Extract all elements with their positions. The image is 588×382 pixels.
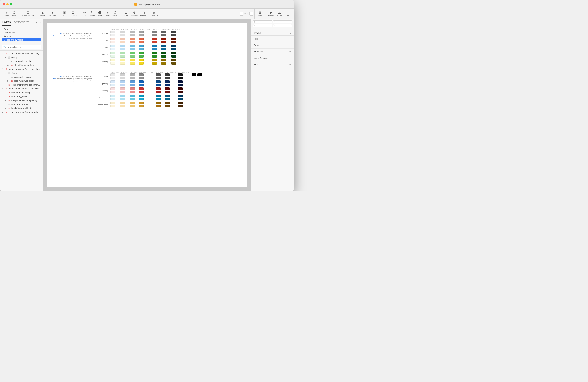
color-swatch[interactable] (110, 55, 115, 57)
add-layer-button[interactable]: + (36, 21, 37, 24)
color-swatch[interactable] (178, 87, 183, 90)
color-swatch[interactable] (161, 55, 166, 57)
scale-button[interactable]: ⤢ Scale (104, 10, 111, 17)
color-swatch[interactable] (152, 52, 157, 54)
color-swatch[interactable] (152, 31, 157, 33)
color-swatch[interactable] (110, 34, 115, 37)
color-swatch[interactable] (110, 38, 115, 40)
color-swatch[interactable] (171, 41, 176, 43)
color-swatch[interactable] (130, 41, 135, 43)
color-swatch[interactable] (130, 34, 135, 37)
color-swatch[interactable] (156, 91, 161, 93)
collapse-panel-button[interactable]: ∧ (39, 21, 41, 24)
w-field[interactable]: W (253, 24, 272, 27)
color-swatch[interactable] (152, 45, 157, 47)
color-swatch[interactable] (130, 87, 135, 90)
color-swatch[interactable] (139, 59, 144, 61)
color-swatch[interactable] (120, 62, 125, 65)
layer-item[interactable]: ▶⊞components/card/usa-card.with-medi... (0, 83, 43, 87)
color-swatch[interactable] (139, 48, 144, 51)
color-swatch[interactable] (178, 73, 183, 76)
color-swatch[interactable] (130, 84, 135, 86)
tab-layers[interactable]: LAYERS (2, 19, 11, 26)
color-swatch[interactable] (161, 31, 166, 33)
color-swatch[interactable] (161, 34, 166, 37)
style-add-icon[interactable]: + (290, 37, 291, 40)
x-field[interactable]: X (253, 20, 272, 23)
color-swatch[interactable] (110, 73, 115, 76)
page-item-page1[interactable]: Page 1 (2, 27, 41, 31)
color-swatch[interactable] (171, 52, 176, 54)
color-swatch[interactable] (130, 62, 135, 65)
layer-item[interactable]: ▼🖥components/card/usa-card--flag.m... (0, 52, 43, 55)
color-swatch[interactable] (139, 38, 144, 40)
style-add-icon[interactable]: + (290, 50, 291, 53)
color-swatch[interactable] (130, 105, 135, 107)
color-swatch[interactable] (139, 41, 144, 43)
preview-button[interactable]: ▶ Preview (267, 10, 275, 17)
color-swatch[interactable] (156, 84, 161, 86)
color-swatch[interactable] (178, 80, 183, 83)
layer-item[interactable]: ▶🖥components/card/usa-card--flag@... (0, 110, 43, 114)
color-swatch[interactable] (156, 73, 161, 76)
color-swatch[interactable] (139, 84, 144, 86)
intersect-button[interactable]: ⊓ Intersect (139, 10, 148, 17)
color-swatch[interactable] (110, 91, 115, 93)
color-swatch[interactable] (165, 87, 170, 90)
cloud-button[interactable]: ☁ Cloud (276, 10, 283, 17)
color-swatch[interactable] (120, 48, 125, 51)
color-swatch[interactable] (171, 59, 176, 61)
color-swatch[interactable] (161, 59, 166, 61)
ungroup-button[interactable]: ⊡ Ungroup (68, 10, 78, 17)
color-swatch[interactable] (139, 62, 144, 65)
color-swatch[interactable] (120, 41, 125, 43)
canvas-area[interactable]: first, set base symbols with system laye… (43, 19, 251, 191)
color-swatch[interactable] (130, 45, 135, 47)
color-swatch[interactable] (110, 87, 115, 90)
style-section-shadows[interactable]: Shadows+ (251, 49, 294, 55)
color-swatch[interactable] (171, 48, 176, 51)
color-swatch[interactable] (120, 95, 125, 97)
color-swatch[interactable] (161, 52, 166, 54)
color-swatch[interactable] (120, 80, 125, 83)
color-swatch[interactable] (110, 84, 115, 86)
color-swatch[interactable] (171, 31, 176, 33)
minimize-button[interactable] (6, 3, 9, 5)
color-swatch[interactable] (139, 34, 144, 37)
edit-button[interactable]: ✏ Edit (81, 10, 88, 17)
color-swatch[interactable] (197, 73, 202, 76)
color-swatch[interactable] (130, 38, 135, 40)
color-swatch[interactable] (130, 95, 135, 97)
color-swatch[interactable] (130, 73, 135, 76)
color-swatch[interactable] (110, 62, 115, 65)
create-symbol-button[interactable]: ⬡ Create Symbol (21, 10, 35, 17)
color-swatch[interactable] (120, 38, 125, 40)
color-swatch[interactable] (156, 105, 161, 107)
style-add-icon[interactable]: + (290, 44, 291, 47)
color-swatch[interactable] (110, 41, 115, 43)
color-swatch[interactable] (120, 52, 125, 54)
color-swatch[interactable] (161, 62, 166, 65)
instruction-then-link[interactable]: then (53, 78, 56, 80)
data-button[interactable]: ⬡ Data (11, 10, 18, 17)
color-swatch[interactable] (110, 95, 115, 97)
color-swatch[interactable] (161, 41, 166, 43)
color-swatch[interactable] (171, 55, 176, 57)
color-swatch[interactable] (161, 38, 166, 40)
color-swatch[interactable] (178, 102, 183, 104)
color-swatch[interactable] (110, 45, 115, 47)
color-swatch[interactable] (130, 31, 135, 33)
zoom-out-button[interactable]: − (240, 12, 243, 16)
color-swatch[interactable] (165, 102, 170, 104)
color-swatch[interactable] (120, 102, 125, 104)
color-swatch[interactable] (120, 84, 125, 86)
layer-item[interactable]: ▭usa-card__media (0, 102, 43, 106)
color-swatch[interactable] (110, 59, 115, 61)
difference-button[interactable]: ⊕ Difference (149, 10, 159, 17)
color-swatch[interactable] (130, 76, 135, 79)
color-swatch[interactable] (130, 98, 135, 100)
layer-item[interactable]: ▶⬜Group (0, 55, 43, 59)
union-button[interactable]: ⊔ Union (123, 10, 129, 17)
color-swatch[interactable] (156, 80, 161, 83)
layer-item[interactable]: ▶⬜Group (0, 71, 43, 75)
